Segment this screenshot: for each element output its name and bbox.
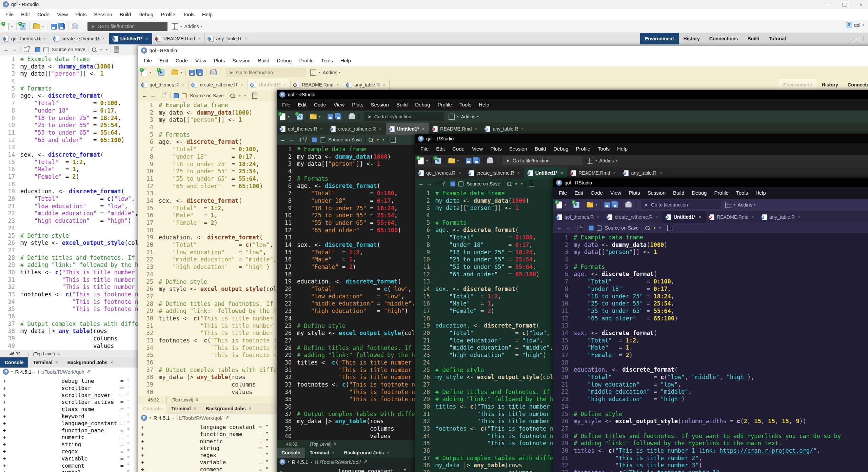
open-file-button[interactable]: [172, 70, 178, 75]
goto-file-input[interactable]: ➤ Go to file/function: [87, 22, 167, 31]
menu-item-help[interactable]: Help: [613, 143, 631, 155]
search-icon[interactable]: [645, 226, 650, 230]
compile-notebook-icon[interactable]: [667, 225, 672, 231]
close-icon[interactable]: ×: [332, 450, 335, 455]
search-icon[interactable]: [507, 182, 511, 186]
console-tab-terminal[interactable]: Terminal×: [305, 448, 339, 458]
menu-item-plots[interactable]: Plots: [210, 55, 229, 66]
pane-layout-caret-icon[interactable]: ▾: [734, 203, 735, 206]
close-icon[interactable]: ×: [244, 36, 247, 41]
pane-layout-caret-icon[interactable]: ▾: [457, 115, 459, 118]
menu-item-tools[interactable]: Tools: [179, 9, 198, 20]
pane-layout-caret-icon[interactable]: ▾: [180, 25, 182, 28]
console-tab-background-jobs[interactable]: Background Jobs×: [63, 357, 118, 368]
r-version-caret-icon[interactable]: ▾: [288, 460, 290, 464]
close-icon[interactable]: ×: [656, 215, 658, 219]
code-tools-caret-icon[interactable]: ▾: [244, 94, 246, 97]
goto-file-input[interactable]: ➤ Go to file/function: [226, 68, 306, 77]
new-file-button[interactable]: [3, 23, 9, 30]
menu-item-build[interactable]: Build: [531, 143, 550, 155]
close-icon[interactable]: ×: [613, 171, 615, 175]
code-tools-wand-icon[interactable]: ✦: [514, 181, 518, 186]
close-icon[interactable]: ×: [387, 450, 390, 455]
menu-item-file[interactable]: File: [2, 9, 17, 20]
goto-file-input[interactable]: ➤ Go to file/function: [364, 112, 444, 121]
tab-any-table-r[interactable]: Rany_table.R×: [620, 167, 666, 179]
close-icon[interactable]: ×: [560, 171, 563, 175]
tab-untitled1-[interactable]: RUntitled1*×: [524, 167, 567, 179]
close-icon[interactable]: ×: [475, 126, 477, 131]
close-button[interactable]: ×: [859, 2, 863, 7]
addins-dropdown[interactable]: Addins ▾: [184, 24, 202, 29]
menu-item-edit[interactable]: Edit: [432, 143, 449, 155]
tab-readme-rmd[interactable]: RREADME.Rmd×: [567, 167, 620, 179]
new-file-caret-icon[interactable]: ▾: [565, 203, 566, 206]
open-file-button[interactable]: [587, 202, 593, 208]
save-button[interactable]: [189, 70, 195, 76]
menu-item-code[interactable]: Code: [587, 187, 607, 199]
menu-item-debug[interactable]: Debug: [411, 99, 434, 111]
code-tools-caret-icon[interactable]: ▾: [106, 48, 108, 51]
menu-item-debug[interactable]: Debug: [135, 9, 157, 20]
menu-item-plots[interactable]: Plots: [72, 9, 90, 20]
print-button[interactable]: [487, 158, 493, 163]
new-project-button[interactable]: R: [573, 202, 579, 208]
menu-item-profile[interactable]: Profile: [295, 55, 317, 66]
menu-item-code[interactable]: Code: [449, 143, 468, 155]
goto-file-input[interactable]: ➤ Go to file/function: [502, 156, 583, 165]
pane-tab-build[interactable]: Build: [743, 33, 764, 44]
menu-item-view[interactable]: View: [53, 9, 72, 20]
menu-item-edit[interactable]: Edit: [571, 187, 587, 199]
menu-item-view[interactable]: View: [607, 187, 625, 199]
print-button[interactable]: [210, 70, 217, 75]
console-tab-terminal[interactable]: Terminal×: [28, 357, 62, 368]
menu-item-file[interactable]: File: [278, 99, 294, 111]
close-icon[interactable]: ×: [751, 215, 754, 219]
menu-item-debug[interactable]: Debug: [688, 187, 710, 199]
open-file-caret-icon[interactable]: ▾: [181, 71, 182, 74]
tab-readme-rmd[interactable]: RREADME.Rmd×: [152, 33, 205, 44]
new-file-caret-icon[interactable]: ▾: [288, 115, 290, 118]
menu-item-file[interactable]: File: [140, 55, 156, 66]
save-button[interactable]: [466, 158, 472, 164]
addins-dropdown[interactable]: Addins ▾: [738, 202, 755, 208]
menu-item-tools[interactable]: Tools: [732, 187, 752, 199]
save-button[interactable]: [604, 202, 610, 208]
menu-item-file[interactable]: File: [417, 143, 432, 155]
menu-item-build[interactable]: Build: [393, 99, 411, 111]
tab-untitled1-[interactable]: RUntitled1*×: [386, 123, 429, 135]
save-source-button[interactable]: [174, 93, 179, 98]
pane-layout-button[interactable]: [587, 158, 593, 164]
menu-item-debug[interactable]: Debug: [550, 143, 572, 155]
open-in-new-window-button[interactable]: [300, 138, 305, 142]
new-file-button[interactable]: [556, 201, 562, 209]
new-file-caret-icon[interactable]: ▾: [426, 159, 428, 162]
menu-item-plots[interactable]: Plots: [348, 99, 367, 111]
code-tools-wand-icon[interactable]: ✦: [376, 137, 380, 142]
save-source-button[interactable]: [589, 225, 594, 231]
source-on-save-checkbox[interactable]: [182, 93, 187, 98]
tab-readme-rmd[interactable]: RREADME.Rmd×: [429, 123, 481, 135]
close-icon[interactable]: ×: [383, 82, 385, 87]
close-icon[interactable]: ×: [56, 360, 58, 365]
console-tab-terminal[interactable]: Terminal×: [166, 404, 201, 414]
menu-item-code[interactable]: Code: [34, 9, 53, 20]
save-all-button[interactable]: [336, 114, 341, 120]
tab-untitled1-[interactable]: RUntitled1*×: [248, 79, 291, 91]
menu-item-profile[interactable]: Profile: [710, 187, 732, 199]
pane-tab-connections[interactable]: Connections: [705, 33, 743, 44]
save-source-button[interactable]: [450, 181, 455, 186]
addins-dropdown[interactable]: Addins ▾: [599, 158, 617, 163]
tab-any-table-r[interactable]: Rany_table.R×: [205, 33, 251, 44]
save-all-button[interactable]: [474, 158, 480, 164]
open-directory-icon[interactable]: ↗: [86, 369, 91, 375]
pane-tab-history[interactable]: History: [817, 79, 843, 91]
menu-item-build[interactable]: Build: [669, 187, 688, 199]
console-tab-console[interactable]: Console: [277, 448, 305, 458]
close-icon[interactable]: ×: [43, 36, 46, 41]
forward-button[interactable]: →: [12, 47, 17, 52]
menu-item-session[interactable]: Session: [91, 9, 116, 20]
new-file-caret-icon[interactable]: ▾: [150, 71, 151, 74]
menu-item-debug[interactable]: Debug: [273, 55, 295, 66]
close-icon[interactable]: ×: [458, 171, 461, 175]
